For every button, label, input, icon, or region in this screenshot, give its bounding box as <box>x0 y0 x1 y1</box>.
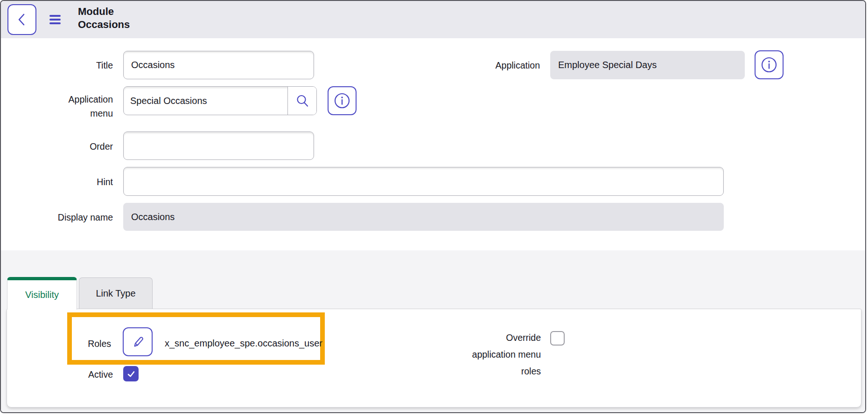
title-label: Title <box>20 60 113 71</box>
hamburger-icon <box>49 15 63 24</box>
checkmark-icon <box>126 369 136 379</box>
back-button[interactable] <box>7 4 36 35</box>
application-info-button[interactable] <box>755 50 784 79</box>
active-checkbox[interactable] <box>123 366 139 381</box>
tab-visibility[interactable]: Visibility <box>7 277 77 310</box>
roles-edit-button[interactable] <box>123 327 153 356</box>
display-name-value: Occasions <box>131 212 175 222</box>
display-name-readonly-field: Occasions <box>123 203 724 231</box>
order-input[interactable] <box>123 131 314 160</box>
tab-link-type[interactable]: Link Type <box>79 277 153 309</box>
application-menu-label: Application menu <box>61 92 113 120</box>
hint-input[interactable] <box>123 167 724 196</box>
roles-label: Roles <box>41 338 111 350</box>
search-icon <box>295 94 309 108</box>
page-title-record-name: Occasions <box>78 18 130 31</box>
header-bar: Module Occasions <box>1 1 865 38</box>
title-input[interactable] <box>123 51 314 79</box>
page-title-record-type: Module <box>78 5 130 18</box>
application-menu-input[interactable] <box>124 87 287 115</box>
application-menu-combo <box>123 86 317 115</box>
hint-label: Hint <box>20 176 113 188</box>
override-application-menu-roles-checkbox[interactable] <box>550 331 565 346</box>
module-form-screen: Module Occasions Title Application Emplo… <box>0 0 866 413</box>
chevron-left-icon <box>16 12 28 27</box>
active-label: Active <box>43 369 113 380</box>
roles-value: x_snc_employee_spe.occasions_user <box>165 338 322 349</box>
info-icon <box>761 57 777 73</box>
tab-visibility-label: Visibility <box>25 290 59 300</box>
application-menu-search-button[interactable] <box>287 87 316 115</box>
application-menu-info-button[interactable] <box>328 86 357 115</box>
override-application-menu-roles-label: Override application menu roles <box>471 329 541 380</box>
application-label: Application <box>447 60 540 71</box>
order-label: Order <box>20 141 113 152</box>
pencil-icon <box>130 334 145 349</box>
visibility-tab-panel <box>7 309 861 408</box>
menu-button[interactable] <box>49 15 63 26</box>
tab-link-type-label: Link Type <box>96 288 135 299</box>
display-name-label: Display name <box>20 212 113 223</box>
page-title: Module Occasions <box>78 5 130 31</box>
info-icon <box>334 93 350 109</box>
application-value: Employee Special Days <box>558 60 657 70</box>
application-readonly-field: Employee Special Days <box>550 51 745 79</box>
